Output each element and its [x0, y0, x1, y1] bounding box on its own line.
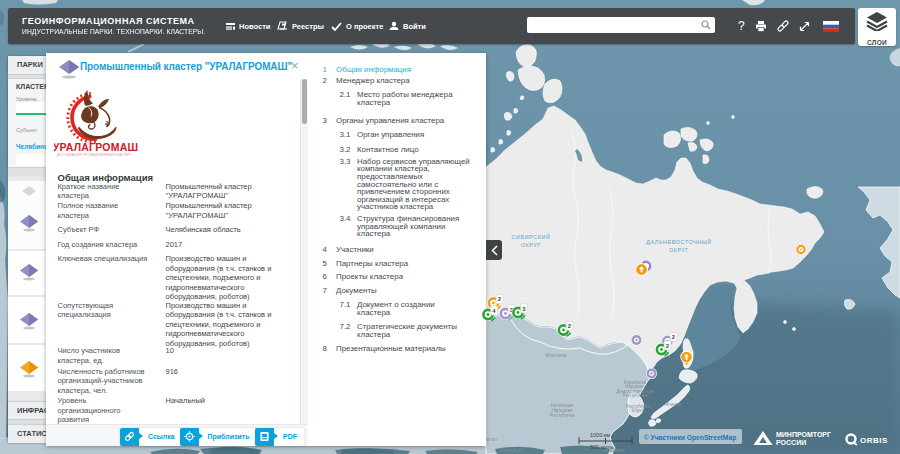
svg-text:© Участники OpenStreetMap: © Участники OpenStreetMap [644, 434, 736, 442]
svg-text:500 миль: 500 миль [590, 444, 614, 450]
svg-text:ОКРУГ: ОКРУГ [669, 247, 689, 253]
svg-text:Монголия: Монголия [546, 353, 567, 358]
svg-text:ОКРУГ: ОКРУГ [521, 242, 541, 248]
svg-text:Республика: Республика [623, 393, 648, 398]
svg-text:УРАЛАГРОМАШ: УРАЛАГРОМАШ [54, 141, 138, 153]
svg-text:Республика: Республика [550, 413, 575, 418]
svg-text:ДАЛЬНЕВОСТОЧНЫЙ: ДАЛЬНЕВОСТОЧНЫЙ [646, 238, 712, 245]
svg-text:ORBIS: ORBIS [860, 436, 888, 445]
svg-text:Япония: Япония [665, 402, 681, 407]
svg-text:1000 км: 1000 км [590, 432, 610, 438]
svg-text:АССОЦИАЦИЯ ПРОМЫШЛЕННЫЙ КЛАСТЕ: АССОЦИАЦИЯ ПРОМЫШЛЕННЫЙ КЛАСТЕР [57, 153, 130, 157]
svg-text:Корея: Корея [632, 408, 645, 413]
svg-text:МИНПРОМТОРГ: МИНПРОМТОРГ [776, 431, 831, 438]
svg-text:Бангладеш: Бангладеш [500, 448, 524, 453]
svg-text:РОССИИ: РОССИИ [776, 439, 806, 446]
